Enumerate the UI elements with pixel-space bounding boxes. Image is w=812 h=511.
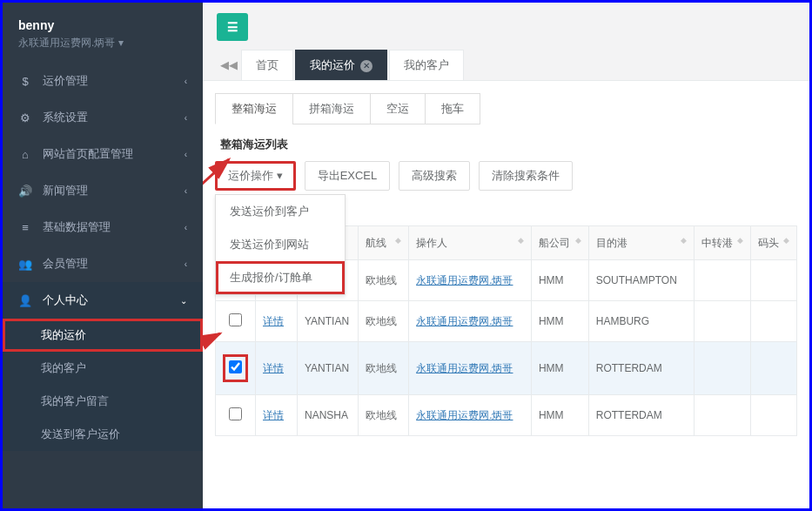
sidebar-sub-item-3[interactable]: 发送到客户运价 xyxy=(3,418,203,451)
hamburger-icon: ☰ xyxy=(227,20,238,34)
currency-icon: $ xyxy=(18,75,32,88)
sort-icon: ◆ xyxy=(783,236,789,245)
table-row: 详情YANTIAN欧地线永联通用运费网.炳哥HMMROTTERDAM xyxy=(216,342,797,395)
sort-icon: ◆ xyxy=(575,236,581,245)
tab-1[interactable]: 我的运价✕ xyxy=(295,50,387,80)
database-icon: ≡ xyxy=(18,221,32,234)
detail-link[interactable]: 详情 xyxy=(263,315,284,327)
sidebar-item-0[interactable]: $运价管理‹ xyxy=(3,63,203,99)
type-tab-0[interactable]: 整箱海运 xyxy=(215,93,293,124)
cell-transit xyxy=(694,301,751,342)
chevron-icon: ‹ xyxy=(185,77,187,86)
sidebar-item-1[interactable]: ⚙系统设置‹ xyxy=(3,99,203,136)
gear-icon: ⚙ xyxy=(18,111,32,124)
tab-label: 我的客户 xyxy=(404,58,449,71)
cell-operator-link[interactable]: 永联通用运费网.炳哥 xyxy=(416,315,513,327)
cell-route: 欧地线 xyxy=(359,301,409,342)
tab-back-button[interactable]: ◀◀ xyxy=(217,51,241,79)
toolbar: 运价操作 ▾ 导出EXCEL 高级搜索 清除搜索条件 发送运价到客户 发送运价到… xyxy=(215,161,797,191)
cell-transit xyxy=(694,395,751,436)
sidebar-item-label: 会员管理 xyxy=(43,256,88,272)
sidebar-sub-item-0[interactable]: 我的运价 xyxy=(3,319,203,352)
cell-operator-link[interactable]: 永联通用运费网.炳哥 xyxy=(416,274,513,286)
advanced-search-button[interactable]: 高级搜索 xyxy=(399,161,470,191)
clear-search-button[interactable]: 清除搜索条件 xyxy=(479,161,573,191)
rate-operation-dropdown: 发送运价到客户 发送运价到网站 生成报价/订舱单 xyxy=(215,194,346,295)
row-checkbox[interactable] xyxy=(229,313,242,326)
sidebar-item-label: 系统设置 xyxy=(43,110,88,125)
chevron-icon: ⌄ xyxy=(180,296,187,306)
type-tab-1[interactable]: 拼箱海运 xyxy=(292,93,371,124)
type-tab-2[interactable]: 空运 xyxy=(370,93,426,124)
cell-route: 欧地线 xyxy=(359,260,409,301)
sidebar-item-2[interactable]: ⌂网站首页配置管理‹ xyxy=(3,136,203,172)
tab-0[interactable]: 首页 xyxy=(241,50,293,80)
close-icon[interactable]: ✕ xyxy=(360,60,372,72)
cell-dest: ROTTERDAM xyxy=(588,342,694,395)
dropdown-generate-quote[interactable]: 生成报价/订舱单 xyxy=(216,261,345,294)
cell-terminal xyxy=(751,395,797,436)
table-header-4[interactable]: 操作人◆ xyxy=(409,226,532,260)
cell-port: YANTIAN xyxy=(298,301,359,342)
sidebar-item-3[interactable]: 🔊新闻管理‹ xyxy=(3,172,203,209)
topbar: ☰ xyxy=(203,3,809,41)
sidebar-item-label: 个人中心 xyxy=(43,292,88,308)
type-tab-3[interactable]: 拖车 xyxy=(425,93,480,124)
sidebar-item-5[interactable]: 👥会员管理‹ xyxy=(3,245,203,282)
tab-2[interactable]: 我的客户 xyxy=(389,50,464,80)
sidebar: benny 永联通用运费网.炳哥▾ $运价管理‹⚙系统设置‹⌂网站首页配置管理‹… xyxy=(3,3,203,508)
panel-title: 整箱海运列表 xyxy=(220,137,797,152)
dropdown-send-customer[interactable]: 发送运价到客户 xyxy=(216,195,345,228)
tab-label: 首页 xyxy=(256,58,278,71)
main: ☰ ◀◀ 首页我的运价✕我的客户 整箱海运拼箱海运空运拖车 整箱海运列表 运价操… xyxy=(203,3,809,508)
sidebar-sub-item-2[interactable]: 我的客户留言 xyxy=(3,385,203,418)
table-row: 详情YANTIAN欧地线永联通用运费网.炳哥HMMHAMBURG xyxy=(216,301,797,342)
chevron-icon: ‹ xyxy=(185,186,187,196)
chevron-icon: ‹ xyxy=(185,113,187,123)
cell-port: NANSHA xyxy=(298,395,359,436)
detail-link[interactable]: 详情 xyxy=(263,409,284,421)
user-name: benny xyxy=(18,18,187,32)
hamburger-button[interactable]: ☰ xyxy=(217,13,248,41)
cell-operator-link[interactable]: 永联通用运费网.炳哥 xyxy=(416,362,513,374)
detail-link[interactable]: 详情 xyxy=(263,362,284,374)
dropdown-send-website[interactable]: 发送运价到网站 xyxy=(216,228,345,261)
cell-carrier: HMM xyxy=(531,260,588,301)
table-header-3[interactable]: 航线◆ xyxy=(359,226,409,260)
sidebar-item-4[interactable]: ≡基础数据管理‹ xyxy=(3,209,203,245)
table-header-6[interactable]: 目的港◆ xyxy=(588,226,694,260)
table-header-5[interactable]: 船公司◆ xyxy=(531,226,588,260)
tabbar: ◀◀ 首页我的运价✕我的客户 xyxy=(203,41,809,81)
cell-carrier: HMM xyxy=(531,342,588,395)
caret-icon: ▾ xyxy=(118,37,124,49)
cell-route: 欧地线 xyxy=(359,342,409,395)
row-checkbox[interactable] xyxy=(229,360,242,373)
speaker-icon: 🔊 xyxy=(18,185,32,198)
tab-label: 我的运价 xyxy=(310,58,355,71)
content: 整箱海运拼箱海运空运拖车 整箱海运列表 运价操作 ▾ 导出EXCEL 高级搜索 … xyxy=(203,81,809,508)
sidebar-sub-item-1[interactable]: 我的客户 xyxy=(3,352,203,385)
sidebar-item-6[interactable]: 👤个人中心⌄ xyxy=(3,282,203,319)
cell-port: YANTIAN xyxy=(298,342,359,395)
cell-transit xyxy=(694,260,751,301)
cell-terminal xyxy=(751,342,797,395)
sidebar-item-label: 新闻管理 xyxy=(43,183,88,198)
sort-icon: ◆ xyxy=(518,236,524,245)
rate-operation-button[interactable]: 运价操作 ▾ xyxy=(215,161,296,191)
cell-dest: ROTTERDAM xyxy=(588,395,694,436)
user-block[interactable]: benny 永联通用运费网.炳哥▾ xyxy=(3,3,203,63)
sort-icon: ◆ xyxy=(395,236,401,245)
export-excel-button[interactable]: 导出EXCEL xyxy=(305,161,391,191)
chevron-icon: ‹ xyxy=(185,150,187,159)
sort-icon: ◆ xyxy=(681,236,687,245)
row-checkbox[interactable] xyxy=(229,407,242,420)
table-header-8[interactable]: 码头◆ xyxy=(751,226,797,260)
chevron-icon: ‹ xyxy=(185,223,187,232)
cell-operator-link[interactable]: 永联通用运费网.炳哥 xyxy=(416,409,513,421)
cell-terminal xyxy=(751,260,797,301)
type-tabs: 整箱海运拼箱海运空运拖车 xyxy=(215,93,797,124)
cell-route: 欧地线 xyxy=(359,395,409,436)
sidebar-item-label: 运价管理 xyxy=(43,73,88,89)
caret-down-icon: ▾ xyxy=(277,169,283,182)
table-header-7[interactable]: 中转港◆ xyxy=(694,226,751,260)
